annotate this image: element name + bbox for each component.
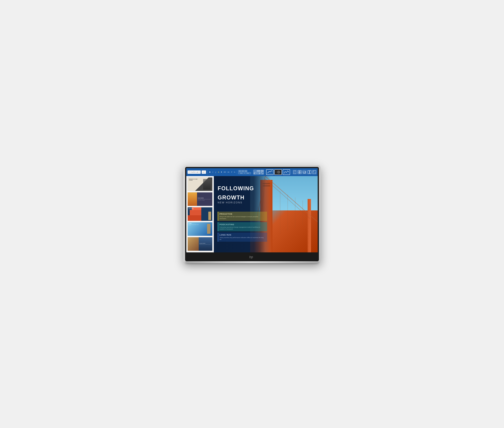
svg-rect-15 <box>300 172 301 174</box>
align-left-button[interactable] <box>239 170 241 172</box>
align-right-button[interactable] <box>245 170 247 172</box>
slide4-title: GLOBAL <box>188 223 201 224</box>
svg-rect-17 <box>303 171 306 173</box>
monitor-bezel: HP Simplified Light ▼ 12 ▼ B I / A ★ ABC… <box>185 167 319 254</box>
svg-rect-12 <box>298 171 299 172</box>
single-page-icon[interactable] <box>293 170 297 174</box>
font-size-box[interactable]: 12 ▼ <box>202 170 206 174</box>
content-overlay: FOLLOWING GROWTH NEW HORIZONS PROACTIVE … <box>214 176 271 252</box>
svg-point-25 <box>313 171 314 172</box>
dropdown-arrow-icon: ▼ <box>199 172 200 173</box>
monitor-bottom: hp <box>185 254 319 261</box>
text-abc-lower-button[interactable]: abc <box>227 171 230 174</box>
slide-thumb-5[interactable]: TEAM WORK Simply defined, by the team le… <box>188 237 213 251</box>
slide4-body: When business projects engage in a globa… <box>188 224 201 225</box>
text-abc-button[interactable]: ABC <box>223 171 226 174</box>
image-icon[interactable] <box>312 170 316 174</box>
svg-rect-13 <box>300 171 301 172</box>
font-size-label: 12 <box>202 171 204 173</box>
content-area: BRINGING UP A NEW CHANGE TEAM WORK Simpl… <box>186 176 318 252</box>
toolbar-divider-3 <box>252 170 252 174</box>
svg-point-5 <box>286 172 287 173</box>
three-column-icon[interactable] <box>261 170 264 172</box>
superscript-button[interactable]: A² <box>231 171 233 174</box>
slide5-title: TEAM WORK <box>199 243 212 244</box>
align-center-button[interactable] <box>241 170 244 172</box>
font-color-button[interactable]: A <box>217 171 220 174</box>
toolbar-divider-5 <box>291 170 291 174</box>
main-heading: FOLLOWING GROWTH NEW HORIZONS <box>218 185 267 209</box>
hp-logo: hp <box>249 255 255 260</box>
toolbar-divider-1 <box>207 170 207 174</box>
stack-page-icon[interactable] <box>302 170 307 174</box>
line-chart-button[interactable] <box>266 169 273 175</box>
screen: HP Simplified Light ▼ 12 ▼ B I / A ★ ABC… <box>186 168 318 252</box>
layout-icon-2[interactable] <box>257 172 260 174</box>
slide1-title: BRINGING UP A NEW CHANGE <box>189 179 198 181</box>
italic-button[interactable]: I <box>212 171 214 174</box>
main-slide: FOLLOWING GROWTH NEW HORIZONS PROACTIVE … <box>214 176 318 252</box>
toolbar-divider-4 <box>265 170 265 174</box>
bridge-tower-secondary <box>308 199 311 252</box>
slide-thumb-1[interactable]: BRINGING UP A NEW CHANGE <box>188 177 213 191</box>
svg-point-3 <box>284 173 284 173</box>
feature-proactive: PROACTIVE Bring to the table win-win sur… <box>218 212 267 221</box>
heading-line3: NEW HORIZONS <box>218 201 267 204</box>
single-column-icon[interactable] <box>254 170 256 172</box>
text-format-group: B I / A ★ ABC abc A² A₁ <box>209 171 236 174</box>
font-name-label: HP Simplified Light <box>188 171 198 173</box>
svg-point-6 <box>287 171 288 171</box>
doc-icon-group <box>293 170 316 174</box>
slide-thumb-3[interactable]: EXCELLENCE Our value defines how... <box>188 207 213 221</box>
slide3-title: EXCELLENCE <box>188 208 194 209</box>
indent-button[interactable]: ⊟Opt <box>239 172 245 174</box>
slide3-body: Our value defines how... <box>188 209 194 210</box>
feature-podcasting: PODCASTING Podcasting operational change… <box>218 222 267 231</box>
highlight-button[interactable]: ★ <box>220 171 223 174</box>
monitor-stand <box>185 261 319 263</box>
slide-thumb-4[interactable]: GLOBAL When business projects engage in … <box>188 222 213 236</box>
bold-button[interactable]: B <box>209 171 211 174</box>
toggle-button[interactable] <box>274 169 282 175</box>
layout-icon-3[interactable] <box>261 172 264 174</box>
svg-rect-22 <box>310 171 311 174</box>
svg-rect-24 <box>313 171 316 174</box>
slide-panel: BRINGING UP A NEW CHANGE TEAM WORK Simpl… <box>186 176 214 252</box>
heading-line1: FOLLOWING <box>218 185 267 191</box>
toolbar-divider-2 <box>237 170 237 174</box>
slide5-body: Simply defined, by the team lead to be f… <box>199 244 212 245</box>
book-icon[interactable] <box>307 170 312 174</box>
layout-icon-1[interactable] <box>254 172 256 174</box>
toolbar: HP Simplified Light ▼ 12 ▼ B I / A ★ ABC… <box>186 168 318 176</box>
svg-text:hp: hp <box>249 255 253 259</box>
heading-line2: GROWTH <box>218 195 267 201</box>
svg-rect-21 <box>308 171 309 174</box>
monitor: HP Simplified Light ▼ 12 ▼ B I / A ★ ABC… <box>183 165 321 263</box>
font-selector[interactable]: HP Simplified Light ▼ <box>188 170 201 174</box>
slide-thumb-2[interactable]: TEAM WORK Simply defined, by the team le… <box>188 192 213 206</box>
feature-longrun: LONG RUN Taking seamless key performance… <box>218 232 267 242</box>
svg-point-7 <box>288 171 289 172</box>
underline-button[interactable]: / <box>214 171 217 174</box>
grid-page-icon[interactable] <box>298 170 302 174</box>
slide2-body: Simply defined, by the team lead to be f… <box>198 199 212 200</box>
outdent-button[interactable]: ⊟Opt <box>245 172 251 174</box>
font-size-arrow-icon: ▼ <box>204 172 205 173</box>
svg-rect-14 <box>298 172 299 174</box>
svg-point-4 <box>285 171 285 172</box>
slide2-title: TEAM WORK <box>198 198 212 198</box>
two-column-icon[interactable] <box>257 170 260 172</box>
dotted-chart-button[interactable] <box>283 169 290 175</box>
subscript-button[interactable]: A₁ <box>233 171 236 174</box>
